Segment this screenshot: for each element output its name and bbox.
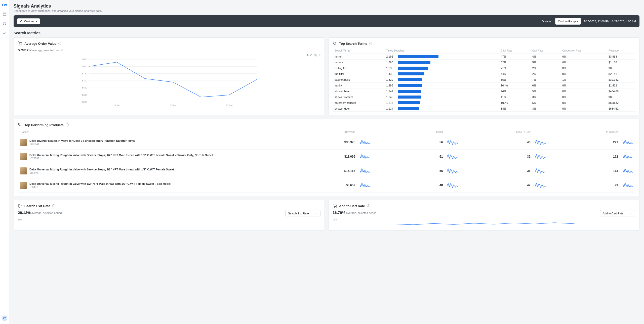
svg-text:24 Jan: 24 Jan	[113, 104, 120, 107]
exit-rate-title: Search Exit Rate	[24, 204, 50, 208]
table-row[interactable]: cabinet pulls 1,329 55%7%1%$39,142	[333, 77, 635, 83]
product-thumb	[20, 182, 27, 189]
user-avatar[interactable]: LT	[2, 315, 7, 321]
table-row[interactable]: mirrors 1,760 52%5%0%$1,118	[333, 60, 635, 65]
svg-text:26 Jan: 26 Jan	[226, 104, 232, 107]
svg-text:$850: $850	[82, 58, 87, 61]
table-row[interactable]: shower head 1,241 44%5%0%$434.69	[333, 88, 635, 94]
exit-rate-select[interactable]: Search Exit Rate⌄	[285, 210, 320, 216]
info-icon[interactable]: i	[58, 42, 61, 45]
card-aov: Average Order Value i $752.82 average, s…	[14, 37, 325, 115]
y-tick: 18%	[333, 218, 635, 221]
col-header: Adds To Cart	[458, 131, 545, 133]
chevron-down-icon: ⌄	[315, 212, 318, 215]
info-icon[interactable]: i	[367, 204, 370, 207]
table-row[interactable]: bathroom faucets 1,215 102%5%0%$698.32	[333, 100, 635, 106]
info-icon[interactable]: i	[52, 204, 55, 207]
table-row[interactable]: ceiling fan 1,635 71%2%0%$0	[333, 65, 635, 71]
exit-icon	[18, 204, 22, 208]
product-thumb	[20, 167, 27, 174]
duration-select[interactable]: Custom Range ▾	[555, 18, 581, 25]
svg-text:$600: $600	[82, 94, 87, 96]
svg-point-4	[21, 45, 22, 45]
col-header: Purchases	[546, 131, 633, 133]
col-header: Revenue	[283, 131, 370, 133]
search-icon	[333, 41, 337, 46]
svg-point-23	[19, 124, 19, 124]
top-terms-table: Search TermsTimes SearchedClick RateCart…	[333, 48, 635, 112]
product-row[interactable]: Delta Universal Mixing Rough-In Valve wi…	[18, 178, 635, 193]
search-icon[interactable]: 🔍	[314, 54, 317, 57]
col-header: Cart Rate	[530, 48, 560, 54]
aov-title: Average Order Value	[24, 42, 56, 45]
page-subtitle: Dashboard to view, customize, and organi…	[14, 9, 639, 12]
duration-label: Duration	[542, 20, 552, 23]
chevron-down-icon: ⌄	[630, 212, 632, 215]
analytics-icon[interactable]	[2, 31, 7, 36]
info-icon[interactable]: i	[66, 123, 69, 126]
zoom-in-icon[interactable]: ⊕	[306, 54, 309, 57]
svg-point-25	[336, 207, 336, 207]
svg-point-3	[19, 45, 20, 45]
chevron-down-icon: ▾	[577, 20, 578, 23]
cart-rate-value: 16.79%	[333, 210, 345, 215]
table-row[interactable]: tub filler 1,435 44%2%0%$2,141	[333, 71, 635, 77]
top-terms-title: Top Search Terms	[339, 42, 367, 45]
signals-icon[interactable]	[2, 21, 7, 26]
svg-text:$750: $750	[82, 72, 87, 75]
svg-rect-0	[3, 13, 6, 16]
svg-point-1	[4, 23, 5, 24]
table-row[interactable]: shower system 1,240 41%3%0%$0	[333, 94, 635, 100]
svg-text:$550: $550	[82, 101, 87, 103]
table-row[interactable]: mirror 2,196 47%4%0%$3,853	[333, 54, 635, 60]
date-range-text: 1/23/2025, 12:00 PM - 1/27/2025, 4:00 AM	[584, 20, 636, 23]
customize-label: Customize	[24, 20, 37, 23]
svg-point-2	[3, 22, 6, 25]
svg-point-22	[334, 42, 336, 44]
page-title: Signals Analytics	[14, 4, 639, 9]
cart-rate-chart	[333, 221, 635, 226]
logo: Lw	[2, 3, 7, 7]
card-cart-rate: Add to Cart Rate i 16.79% average, selec…	[328, 200, 639, 230]
card-top-terms: Top Search Terms i Search TermsTimes Sea…	[328, 37, 639, 115]
col-header: Product	[20, 131, 283, 133]
svg-text:$650: $650	[82, 86, 87, 89]
cart-rate-title: Add to Cart Rate	[339, 204, 365, 208]
col-header: Clicks	[370, 131, 458, 133]
aov-value: $752.82	[18, 48, 31, 52]
col-header: Click Rate	[499, 48, 530, 54]
product-row[interactable]: Delta Universal Mixing Rough-In Valve wi…	[18, 150, 635, 164]
menu-icon[interactable]: ≡	[319, 54, 320, 57]
zoom-out-icon[interactable]: ⊖	[310, 54, 312, 57]
svg-text:$800: $800	[82, 65, 87, 68]
info-icon[interactable]: i	[369, 42, 372, 45]
section-search-metrics: Search Metrics	[14, 31, 639, 35]
y-tick: 35%	[18, 218, 320, 221]
toolbar: Customize Duration Custom Range ▾ 1/23/2…	[14, 15, 639, 27]
cart-icon	[18, 41, 22, 46]
aov-chart: $850$800$750$700$650$600$550 24 Jan25 Ja…	[18, 57, 320, 107]
product-row[interactable]: Delta Universal Mixing Rough-In Valve wi…	[18, 164, 635, 178]
svg-text:25 Jan: 25 Jan	[170, 104, 176, 107]
card-top-products: Top Performing Products i ProductRevenue…	[14, 119, 639, 196]
cart-icon	[333, 204, 337, 208]
tag-icon	[18, 123, 22, 127]
svg-point-24	[334, 207, 334, 207]
table-row[interactable]: shower door 1,114 38%3%0%$634.52	[333, 106, 635, 112]
left-nav: Lw LT	[0, 0, 9, 324]
card-exit-rate: Search Exit Rate i 20.12% average, selec…	[14, 200, 325, 230]
col-header: Times Searched	[384, 48, 499, 54]
product-thumb	[20, 139, 27, 146]
product-row[interactable]: Delta Diverter Rough-In Valve for Delta …	[18, 135, 635, 150]
svg-text:$700: $700	[82, 79, 87, 82]
col-header: Conversion Rate	[560, 48, 607, 54]
dashboard-icon[interactable]	[2, 12, 7, 17]
col-header: Search Terms	[333, 48, 384, 54]
table-row[interactable]: vanity 1,296 104%6%0%$1,432	[333, 83, 635, 88]
cart-rate-select[interactable]: Add to Cart Rate⌄	[600, 210, 635, 216]
exit-rate-value: 20.12%	[18, 210, 31, 215]
product-thumb	[20, 153, 27, 160]
top-products-title: Top Performing Products	[24, 123, 64, 127]
customize-button[interactable]: Customize	[17, 18, 40, 24]
col-header: Revenue	[607, 48, 635, 54]
